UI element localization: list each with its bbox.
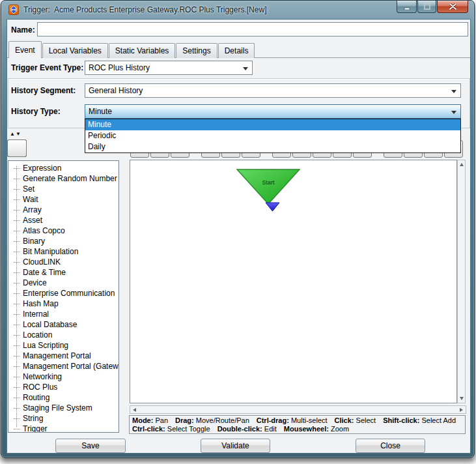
close-icon[interactable]: [437, 1, 468, 13]
maximize-button[interactable]: [417, 1, 436, 13]
tree-item[interactable]: Trigger: [8, 424, 119, 433]
scroll-left-icon[interactable]: [133, 408, 136, 412]
tree-item[interactable]: Hash Map: [8, 298, 119, 309]
tree-item[interactable]: Local Database: [8, 319, 119, 330]
tree-item[interactable]: String: [8, 413, 119, 424]
tree-item[interactable]: CloudLINK: [8, 257, 119, 267]
tab-local-variables[interactable]: Local Variables: [42, 43, 108, 58]
tree-item[interactable]: Wait: [8, 194, 119, 205]
tree-connector: [14, 304, 20, 304]
dropdown-option[interactable]: Minute: [85, 119, 460, 130]
tree-item-label: Set: [23, 184, 35, 194]
tree-item[interactable]: Atlas Copco: [8, 225, 119, 236]
tree-item[interactable]: Enterprise Communication: [8, 288, 119, 298]
history-type-combo[interactable]: Minute: [85, 104, 461, 119]
tree-item[interactable]: Asset: [8, 215, 119, 225]
tree-item[interactable]: Binary: [8, 236, 119, 246]
tab-label: Settings: [182, 46, 210, 55]
dialog-content: Name: Event Local Variables Static Varia…: [7, 19, 471, 454]
horizontal-scrollbar[interactable]: [130, 405, 466, 414]
status-line-2: Ctrl-click: Select ToggleDouble-click: E…: [132, 425, 462, 433]
scroll-right-icon[interactable]: [460, 408, 463, 412]
validate-button[interactable]: Validate: [201, 439, 270, 453]
connector-node[interactable]: [265, 202, 280, 214]
trigger-event-type-combo[interactable]: ROC Plus History: [85, 61, 253, 75]
chevron-down-icon: [451, 90, 456, 93]
tree-item-label: Binary: [23, 237, 45, 246]
name-label: Name:: [11, 25, 35, 35]
shape-palette-button[interactable]: [7, 139, 27, 157]
tree-item[interactable]: Expression: [8, 163, 119, 173]
tab-settings[interactable]: Settings: [176, 43, 217, 58]
svg-text:Start: Start: [262, 179, 275, 186]
tree-item-label: Internal: [23, 310, 49, 319]
tree-item[interactable]: Date & Time: [8, 267, 119, 278]
tree-item-label: Device: [23, 278, 47, 287]
tree-item-label: Enterprise Communication: [23, 289, 115, 298]
tree-connector: [14, 262, 20, 263]
dropdown-option[interactable]: Periodic: [85, 130, 460, 141]
history-segment-value: General History: [89, 86, 143, 95]
tree-item[interactable]: Networking: [8, 371, 119, 382]
tree-connector: [14, 283, 20, 283]
dropdown-option[interactable]: Daily: [85, 141, 460, 152]
splitter-collapse-arrows[interactable]: ▲▼: [10, 131, 21, 137]
tab-label: Event: [15, 46, 35, 55]
trigger-event-type-label: Trigger Event Type:: [11, 63, 83, 72]
save-button-label: Save: [81, 441, 99, 450]
tree-item-label: String: [23, 414, 43, 423]
tree-item-label: Routing: [23, 393, 49, 402]
close-button-label: Close: [380, 441, 400, 450]
vertical-scrollbar[interactable]: [457, 160, 466, 403]
flow-canvas[interactable]: Start: [130, 160, 457, 403]
tab-static-variables[interactable]: Static Variables: [109, 43, 175, 58]
tree-item[interactable]: Management Portal (Gateway): [8, 361, 119, 371]
chevron-down-icon: [451, 111, 456, 114]
tab-details[interactable]: Details: [218, 43, 255, 58]
tree-connector: [14, 408, 20, 409]
tree-connector: [14, 314, 20, 315]
tree-item-label: Array: [23, 205, 42, 214]
status-segment: Ctrl-drag: Multi-select: [257, 416, 328, 424]
minimize-button[interactable]: [397, 1, 417, 13]
close-button[interactable]: Close: [356, 439, 425, 453]
tree-item[interactable]: Generate Random Number: [8, 173, 119, 184]
tree-item[interactable]: ROC Plus: [8, 382, 119, 392]
tab-label: Static Variables: [115, 46, 169, 55]
tree-item[interactable]: Bit Manipulation: [8, 246, 119, 257]
tab-label: Local Variables: [49, 46, 102, 55]
save-button[interactable]: Save: [55, 439, 126, 453]
scroll-up-icon[interactable]: [460, 163, 464, 166]
tree-item-label: Expression: [23, 164, 61, 173]
app-icon: [8, 5, 19, 15]
tree-item-label: ROC Plus: [23, 383, 57, 392]
dropdown-option-label: Minute: [88, 120, 111, 129]
tab-bar: Event Local Variables Static Variables S…: [8, 40, 255, 58]
tab-event[interactable]: Event: [8, 41, 42, 58]
history-type-value: Minute: [89, 107, 112, 116]
scroll-down-icon[interactable]: [460, 397, 464, 400]
history-segment-combo[interactable]: General History: [85, 83, 461, 98]
tree-connector: [14, 179, 20, 179]
trigger-event-type-value: ROC Plus History: [89, 63, 150, 72]
status-segment: Click: Select: [335, 416, 376, 424]
name-input[interactable]: [37, 22, 468, 36]
tree-item[interactable]: Set: [8, 184, 119, 194]
tree-item[interactable]: Array: [8, 205, 119, 215]
tree-connector: [14, 252, 20, 252]
tree-item-label: Management Portal (Gateway): [23, 362, 119, 371]
tree-item[interactable]: Management Portal: [8, 351, 119, 361]
tree-item[interactable]: Staging File System: [8, 403, 119, 413]
screenshot-stage: Trigger: Acme Products Enterprise Gatewa…: [0, 0, 476, 464]
tree-item-label: Wait: [23, 195, 38, 204]
tab-label: Details: [225, 46, 249, 55]
tree-item[interactable]: Device: [8, 278, 119, 288]
tree-connector: [14, 199, 20, 200]
tree-item[interactable]: Internal: [8, 309, 119, 319]
validate-button-label: Validate: [221, 441, 249, 450]
status-segment: Ctrl-click: Select Toggle: [132, 425, 210, 433]
tree-item[interactable]: Routing: [8, 392, 119, 403]
tree-item[interactable]: Location: [8, 330, 119, 340]
tree-item-label: Hash Map: [23, 299, 59, 308]
tree-item[interactable]: Lua Scripting: [8, 340, 119, 351]
